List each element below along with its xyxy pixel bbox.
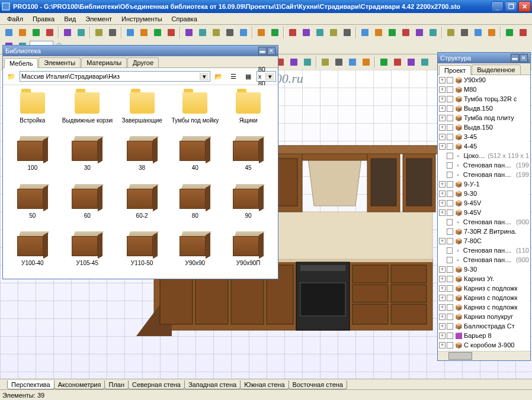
- tree-expand-icon[interactable]: +: [439, 105, 446, 112]
- toolbar-button-tb1-12[interactable]: [182, 26, 196, 39]
- tree-row[interactable]: +📦Карниз с подложк: [438, 283, 530, 293]
- tree-checkbox[interactable]: [447, 162, 453, 169]
- thumb-size-combo[interactable]: 80 x 80 ▾: [257, 71, 276, 82]
- tree-checkbox[interactable]: [447, 247, 453, 254]
- toolbar-button-tb2-23[interactable]: [332, 56, 345, 69]
- view-tab-Южная стена[interactable]: Южная стена: [240, 380, 289, 389]
- tree-checkbox[interactable]: [447, 77, 453, 83]
- toolbar-button-tb1-17[interactable]: [255, 26, 268, 39]
- tree-row[interactable]: +📦Карниз Уг.: [438, 274, 530, 283]
- library-tab-Элементы[interactable]: Элементы: [39, 57, 81, 67]
- tree-row[interactable]: +📦7-80С: [438, 236, 530, 246]
- tree-checkbox[interactable]: [447, 257, 453, 263]
- tree-checkbox[interactable]: [447, 323, 453, 330]
- tree-row[interactable]: ▫Стеновая панель(900: [438, 255, 530, 264]
- maximize-button[interactable]: ❐: [505, 1, 517, 12]
- tree-row[interactable]: ▫Стеновая панель(199: [438, 160, 530, 170]
- library-item[interactable]: 100: [8, 134, 57, 179]
- toolbar-button-tb1-2[interactable]: [30, 26, 43, 39]
- toolbar-button-tb2-27[interactable]: [391, 56, 404, 69]
- toolbar-button-tb1-24[interactable]: [358, 26, 371, 39]
- library-item[interactable]: 45: [223, 134, 273, 179]
- tree-checkbox[interactable]: [447, 191, 453, 197]
- toolbar-button-tb1-3[interactable]: [43, 26, 56, 39]
- tree-expand-icon[interactable]: +: [439, 266, 446, 273]
- library-folder[interactable]: Встройка: [8, 90, 57, 131]
- toolbar-button-tb1-15[interactable]: [223, 26, 236, 39]
- tree-row[interactable]: +📦С коробом 3-900: [438, 340, 530, 350]
- toolbar-button-tb1-13[interactable]: [196, 26, 209, 39]
- tree-expand-icon[interactable]: +: [439, 314, 446, 320]
- structure-tab-Выделенное[interactable]: Выделенное: [472, 64, 520, 75]
- toolbar-button-tb2-28[interactable]: [405, 56, 418, 69]
- tree-checkbox[interactable]: [447, 238, 453, 244]
- library-body[interactable]: ВстройкаВыдвижные корзиныЗавершающиеТумб…: [3, 85, 278, 279]
- tree-expand-icon[interactable]: +: [439, 323, 446, 330]
- tree-expand-icon[interactable]: +: [439, 295, 446, 301]
- toolbar-button-tb2-26[interactable]: [377, 56, 390, 69]
- toolbar-button-tb2-20[interactable]: [287, 56, 300, 69]
- tree-expand-icon[interactable]: +: [439, 124, 446, 131]
- toolbar-button-tb1-33[interactable]: [485, 26, 498, 39]
- library-folder[interactable]: Завершающие: [117, 90, 167, 131]
- menu-Файл[interactable]: Файл: [2, 14, 28, 24]
- toolbar-button-tb2-21[interactable]: [301, 56, 314, 69]
- tree-row[interactable]: +📦3-45: [438, 132, 530, 141]
- library-item[interactable]: 90: [223, 182, 273, 227]
- tree-row[interactable]: +📦9-30: [438, 264, 530, 274]
- toolbar-button-tb1-22[interactable]: [327, 26, 340, 39]
- library-item[interactable]: У100-40: [8, 229, 57, 274]
- toolbar-button-tb1-10[interactable]: [151, 26, 164, 39]
- toolbar-button-tb2-22[interactable]: [319, 56, 332, 69]
- toolbar-button-tb1-35[interactable]: [517, 26, 530, 39]
- tree-row[interactable]: +📦Карниз полукруг: [438, 312, 530, 321]
- toolbar-button-tb1-16[interactable]: [237, 26, 250, 39]
- view-tab-Перспектива[interactable]: Перспектива: [7, 380, 55, 389]
- tree-row[interactable]: ▫Стеновая панель(110: [438, 246, 530, 255]
- library-folder[interactable]: Ящики: [223, 90, 273, 131]
- menu-Правка[interactable]: Правка: [28, 14, 59, 24]
- toolbar-button-tb2-25[interactable]: [360, 56, 373, 69]
- tree-expand-icon[interactable]: +: [439, 304, 446, 311]
- tree-expand-icon[interactable]: +: [439, 96, 446, 102]
- toolbar-button-tb1-28[interactable]: [413, 26, 426, 39]
- toolbar-button-tb1-11[interactable]: [165, 26, 178, 39]
- library-item[interactable]: 60-2: [117, 182, 167, 227]
- tree-expand-icon[interactable]: +: [439, 200, 446, 207]
- tree-checkbox[interactable]: [447, 143, 453, 150]
- tree-row[interactable]: ▫Цоколь(512 x 119 x 1: [438, 151, 530, 160]
- toolbar-button-tb1-1[interactable]: [16, 26, 29, 39]
- tree-expand-icon[interactable]: +: [439, 276, 446, 282]
- library-item[interactable]: 60: [60, 182, 115, 227]
- library-folder[interactable]: Тумбы под мойку: [169, 90, 221, 131]
- library-titlebar[interactable]: Библиотека ▬ ✕: [3, 46, 278, 56]
- tree-expand-icon[interactable]: +: [439, 86, 446, 93]
- toolbar-button-tb1-5[interactable]: [75, 26, 88, 39]
- tree-checkbox[interactable]: [447, 209, 453, 216]
- view-tab-Западная стена[interactable]: Западная стена: [184, 380, 241, 389]
- library-item[interactable]: 30: [60, 134, 115, 179]
- tree-expand-icon[interactable]: +: [439, 238, 446, 244]
- library-tab-Мебель[interactable]: Мебель: [4, 58, 38, 68]
- structure-hscroll[interactable]: [438, 351, 530, 360]
- chevron-down-icon[interactable]: ▾: [200, 73, 209, 80]
- toolbar-button-tb1-9[interactable]: [137, 26, 150, 39]
- up-folder-button[interactable]: 📂: [212, 70, 225, 83]
- tree-row[interactable]: +📦Карниз с подложк: [438, 293, 530, 302]
- tree-expand-icon[interactable]: +: [439, 134, 446, 140]
- close-button[interactable]: ✕: [518, 1, 531, 12]
- toolbar-button-tb1-20[interactable]: [300, 26, 313, 39]
- tree-expand-icon[interactable]: +: [439, 342, 446, 349]
- library-folder[interactable]: Выдвижные корзины: [60, 90, 115, 131]
- tree-checkbox[interactable]: [447, 219, 453, 225]
- view-tab-Аксонометрия[interactable]: Аксонометрия: [54, 380, 105, 389]
- toolbar-button-tb1-27[interactable]: [399, 26, 412, 39]
- library-item[interactable]: 38: [117, 134, 167, 179]
- tree-checkbox[interactable]: [447, 200, 453, 207]
- library-item[interactable]: У105-45: [60, 229, 115, 274]
- view-tab-План[interactable]: План: [104, 380, 129, 389]
- library-item[interactable]: У90x90П: [223, 229, 273, 274]
- toolbar-button-tb1-25[interactable]: [372, 26, 385, 39]
- tree-checkbox[interactable]: [447, 86, 453, 93]
- library-item[interactable]: У110-50: [117, 229, 167, 274]
